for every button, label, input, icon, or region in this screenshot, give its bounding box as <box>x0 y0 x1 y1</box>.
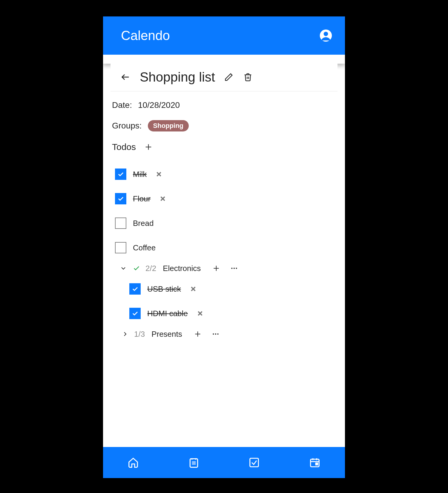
subgroup-items: USB stick HDMI cable <box>115 277 336 326</box>
todo-subgroup-header: 1/3 Presents <box>115 326 336 342</box>
todo-subgroup-header: 2/2 Electronics <box>115 260 336 277</box>
todo-item: Coffee <box>115 235 336 260</box>
todo-label: Coffee <box>133 243 156 252</box>
todo-checkbox[interactable] <box>115 218 126 229</box>
chevron-right-icon[interactable] <box>121 330 129 338</box>
todo-label: Flour <box>133 194 151 203</box>
todo-checkbox[interactable] <box>115 169 126 180</box>
todos-header: Todos <box>112 142 336 152</box>
remove-todo-button[interactable] <box>154 170 163 179</box>
bottom-nav <box>103 447 345 478</box>
groups-label: Groups: <box>112 121 142 131</box>
nav-tasks-icon[interactable] <box>247 455 261 470</box>
todo-item: USB stick <box>129 277 336 301</box>
edit-button[interactable] <box>223 72 234 82</box>
todo-item: Bread <box>115 211 336 235</box>
svg-point-11 <box>231 268 233 269</box>
todo-label: Milk <box>133 170 147 179</box>
subgroup-count: 2/2 <box>145 264 156 273</box>
svg-point-21 <box>215 333 216 335</box>
remove-todo-button[interactable] <box>189 284 198 293</box>
svg-rect-33 <box>316 463 317 465</box>
todo-checkbox[interactable] <box>115 193 126 204</box>
todo-checkbox[interactable] <box>115 242 126 253</box>
todo-checkbox[interactable] <box>129 308 141 319</box>
subgroup-name: Presents <box>151 330 182 339</box>
more-icon[interactable] <box>210 329 221 339</box>
content-area: Date: 10/28/2020 Groups: Shopping Todos … <box>103 91 345 447</box>
chevron-down-icon[interactable] <box>119 264 128 272</box>
svg-point-13 <box>236 268 237 269</box>
nav-calendar-icon[interactable] <box>308 455 322 470</box>
todo-label: HDMI cable <box>147 309 188 318</box>
todo-label: Bread <box>133 219 154 228</box>
nav-home-icon[interactable] <box>126 455 140 470</box>
app-title: Calendo <box>121 28 170 43</box>
svg-point-12 <box>234 268 235 269</box>
groups-row: Groups: Shopping <box>112 120 336 131</box>
page-title: Shopping list <box>140 70 215 85</box>
add-todo-button[interactable] <box>143 142 154 152</box>
svg-point-22 <box>217 333 218 335</box>
todo-list: Milk Flour Bread Coffee <box>112 162 336 342</box>
date-value: 10/28/2020 <box>138 100 180 110</box>
remove-todo-button[interactable] <box>158 194 167 203</box>
check-icon <box>132 264 141 272</box>
account-icon[interactable] <box>319 28 333 43</box>
todo-item: Milk <box>115 162 336 186</box>
delete-button[interactable] <box>243 72 253 82</box>
app-frame: Calendo Shopping list Dat <box>103 16 345 478</box>
nav-notes-icon[interactable] <box>187 455 201 470</box>
subgroup-name: Electronics <box>163 264 201 273</box>
more-icon[interactable] <box>229 263 240 274</box>
svg-point-20 <box>213 333 214 335</box>
todo-checkbox[interactable] <box>129 283 141 295</box>
add-subgroup-item-button[interactable] <box>211 263 222 274</box>
page-header: Shopping list <box>111 55 337 91</box>
todo-label: USB stick <box>147 284 181 294</box>
subgroup-count: 1/3 <box>134 330 145 339</box>
svg-rect-23 <box>190 459 197 467</box>
top-bar: Calendo <box>103 16 345 55</box>
todo-item: HDMI cable <box>129 301 336 326</box>
date-label: Date: <box>112 100 132 110</box>
add-subgroup-item-button[interactable] <box>192 329 203 339</box>
date-row: Date: 10/28/2020 <box>112 100 336 110</box>
svg-rect-28 <box>250 458 259 467</box>
back-button[interactable] <box>119 71 131 83</box>
todo-item: Flour <box>115 186 336 211</box>
svg-point-1 <box>324 32 328 36</box>
group-tag[interactable]: Shopping <box>148 120 189 131</box>
todos-label: Todos <box>112 142 136 152</box>
remove-todo-button[interactable] <box>196 309 205 318</box>
page-header-container: Shopping list <box>103 55 345 91</box>
